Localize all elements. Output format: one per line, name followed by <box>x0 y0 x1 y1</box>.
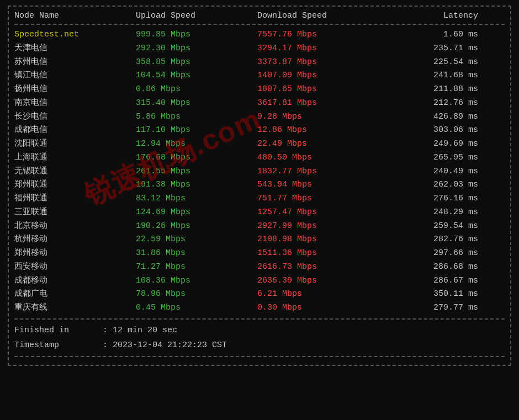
latency-value: 249.69 ms <box>390 137 478 151</box>
table-header: Node Name Upload Speed Download Speed La… <box>14 11 505 20</box>
download-speed: 3617.81 Mbps <box>257 97 390 110</box>
upload-speed: 358.85 Mbps <box>136 56 257 70</box>
table-row: 长沙电信5.86 Mbps9.28 Mbps426.89 ms <box>14 110 505 124</box>
latency-value: 286.67 ms <box>390 274 478 288</box>
upload-speed: 5.86 Mbps <box>136 110 257 124</box>
table-row: 上海联通176.68 Mbps480.50 Mbps265.95 ms <box>14 151 505 165</box>
latency-value: 241.68 ms <box>390 69 478 83</box>
col-header-node: Node Name <box>14 11 136 20</box>
node-name: 北京移动 <box>14 220 136 233</box>
latency-value: 276.16 ms <box>390 192 478 206</box>
download-speed: 480.50 Mbps <box>257 151 390 165</box>
latency-value: 212.76 ms <box>390 97 478 110</box>
col-header-download: Download Speed <box>257 11 390 20</box>
table-row: 扬州电信0.86 Mbps1807.65 Mbps211.88 ms <box>14 83 505 97</box>
table-row: 郑州移动31.86 Mbps1511.36 Mbps297.66 ms <box>14 247 505 260</box>
upload-speed: 12.94 Mbps <box>136 137 257 151</box>
latency-value: 1.60 ms <box>390 28 478 42</box>
footer-timestamp-label: Timestamp <box>14 338 103 353</box>
table-row: 成都移动108.36 Mbps2636.39 Mbps286.67 ms <box>14 274 505 288</box>
download-speed: 2108.98 Mbps <box>257 233 390 247</box>
latency-value: 235.71 ms <box>390 42 478 56</box>
latency-value: 211.88 ms <box>390 83 478 97</box>
upload-speed: 292.30 Mbps <box>136 42 257 56</box>
latency-value: 303.06 ms <box>390 124 478 137</box>
latency-value: 225.54 ms <box>390 56 478 70</box>
latency-value: 350.11 ms <box>390 288 478 301</box>
download-speed: 2636.39 Mbps <box>257 274 390 288</box>
download-speed: 7557.76 Mbps <box>257 28 390 42</box>
latency-value: 286.68 ms <box>390 260 478 274</box>
table-row: 郑州联通191.38 Mbps543.94 Mbps262.03 ms <box>14 178 505 192</box>
col-header-upload: Upload Speed <box>136 11 257 20</box>
table-row: 福州联通83.12 Mbps751.77 Mbps276.16 ms <box>14 192 505 206</box>
latency-value: 240.49 ms <box>390 165 478 179</box>
table-row: 无锡联通261.55 Mbps1832.77 Mbps240.49 ms <box>14 165 505 179</box>
latency-value: 297.66 ms <box>390 247 478 260</box>
upload-speed: 71.27 Mbps <box>136 260 257 274</box>
node-name: 沈阳联通 <box>14 137 136 151</box>
node-name: 镇江电信 <box>14 69 136 83</box>
latency-value: 265.95 ms <box>390 151 478 165</box>
upload-speed: 31.86 Mbps <box>136 247 257 260</box>
node-name: 苏州电信 <box>14 56 136 70</box>
table-row: 北京移动190.26 Mbps2927.99 Mbps259.54 ms <box>14 220 505 233</box>
node-name: 郑州移动 <box>14 247 136 260</box>
node-name: 天津电信 <box>14 42 136 56</box>
table-body: Speedtest.net999.85 Mbps7557.76 Mbps1.60… <box>14 28 505 315</box>
upload-speed: 124.69 Mbps <box>136 206 257 220</box>
footer-timestamp-value: : 2023-12-04 21:22:23 CST <box>103 338 227 353</box>
latency-value: 426.89 ms <box>390 110 478 124</box>
node-name: 郑州联通 <box>14 178 136 192</box>
node-name: 无锡联通 <box>14 165 136 179</box>
node-name: 上海联通 <box>14 151 136 165</box>
node-name: 西安移动 <box>14 260 136 274</box>
footer-bottom-divider <box>14 356 505 357</box>
upload-speed: 999.85 Mbps <box>136 28 257 42</box>
table-row: 南京电信315.40 Mbps3617.81 Mbps212.76 ms <box>14 97 505 110</box>
upload-speed: 22.59 Mbps <box>136 233 257 247</box>
table-row: 重庆有线0.45 Mbps0.30 Mbps279.77 ms <box>14 301 505 315</box>
footer: Finished in : 12 min 20 sec Timestamp : … <box>14 323 505 353</box>
download-speed: 1257.47 Mbps <box>257 206 390 220</box>
table-row: 天津电信292.30 Mbps3294.17 Mbps235.71 ms <box>14 42 505 56</box>
latency-value: 279.77 ms <box>390 301 478 315</box>
node-name: 三亚联通 <box>14 206 136 220</box>
bottom-divider <box>14 318 505 320</box>
upload-speed: 83.12 Mbps <box>136 192 257 206</box>
node-name: 南京电信 <box>14 97 136 110</box>
footer-finished-label: Finished in <box>14 323 103 338</box>
download-speed: 6.21 Mbps <box>257 288 390 301</box>
node-name: 扬州电信 <box>14 83 136 97</box>
top-divider <box>14 24 505 25</box>
upload-speed: 0.86 Mbps <box>136 83 257 97</box>
download-speed: 1407.09 Mbps <box>257 69 390 83</box>
table-row: 沈阳联通12.94 Mbps22.49 Mbps249.69 ms <box>14 137 505 151</box>
table-row: 杭州移动22.59 Mbps2108.98 Mbps282.76 ms <box>14 233 505 247</box>
node-name: 成都移动 <box>14 274 136 288</box>
table-row: 三亚联通124.69 Mbps1257.47 Mbps248.29 ms <box>14 206 505 220</box>
download-speed: 3373.87 Mbps <box>257 56 390 70</box>
download-speed: 543.94 Mbps <box>257 178 390 192</box>
table-row: 成都广电78.96 Mbps6.21 Mbps350.11 ms <box>14 288 505 301</box>
table-row: Speedtest.net999.85 Mbps7557.76 Mbps1.60… <box>14 28 505 42</box>
latency-value: 259.54 ms <box>390 220 478 233</box>
download-speed: 0.30 Mbps <box>257 301 390 315</box>
download-speed: 12.86 Mbps <box>257 124 390 137</box>
main-container: Node Name Upload Speed Download Speed La… <box>8 6 511 366</box>
node-name: 成都电信 <box>14 124 136 137</box>
table-row: 苏州电信358.85 Mbps3373.87 Mbps225.54 ms <box>14 56 505 70</box>
footer-finished-row: Finished in : 12 min 20 sec <box>14 323 505 338</box>
download-speed: 2616.73 Mbps <box>257 260 390 274</box>
col-header-latency: Latency <box>390 11 478 20</box>
upload-speed: 104.54 Mbps <box>136 69 257 83</box>
upload-speed: 191.38 Mbps <box>136 178 257 192</box>
table-row: 成都电信117.10 Mbps12.86 Mbps303.06 ms <box>14 124 505 137</box>
table-row: 西安移动71.27 Mbps2616.73 Mbps286.68 ms <box>14 260 505 274</box>
upload-speed: 315.40 Mbps <box>136 97 257 110</box>
node-name: 长沙电信 <box>14 110 136 124</box>
node-name: 成都广电 <box>14 288 136 301</box>
upload-speed: 78.96 Mbps <box>136 288 257 301</box>
download-speed: 751.77 Mbps <box>257 192 390 206</box>
upload-speed: 190.26 Mbps <box>136 220 257 233</box>
